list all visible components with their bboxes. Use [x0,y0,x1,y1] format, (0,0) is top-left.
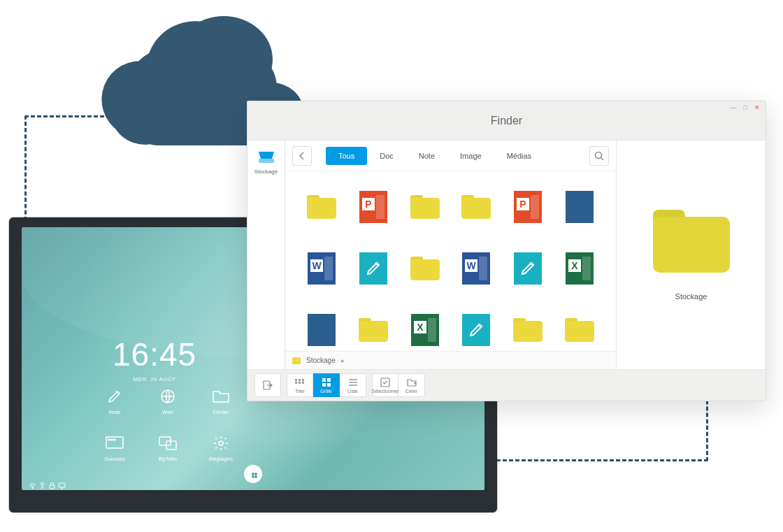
ppt-doc-icon: P [359,191,387,223]
svg-rect-45 [327,378,331,382]
home-button[interactable] [244,465,262,483]
svg-rect-33 [582,257,591,280]
preview-label: Stockage [675,292,707,301]
app-sources[interactable]: Sources [99,433,131,462]
pencil-icon [105,387,124,406]
select-button[interactable]: Sélectionner [372,373,398,397]
search-button[interactable] [589,146,609,166]
svg-point-18 [596,152,602,158]
file-item[interactable] [511,313,545,347]
sources-icon [105,433,124,453]
home-apps: Note Web Finder [99,387,252,462]
svg-text:X: X [571,260,578,271]
grid-label: Grille [320,389,331,394]
app-label: Finder [213,409,229,415]
toolbar: Tous Doc Note Image Médias [285,141,616,171]
file-item[interactable] [459,190,493,224]
app-label: ByTello [159,456,177,462]
minimize-button[interactable]: — [731,104,737,111]
sidebar-item-storage[interactable]: Stockage [247,146,285,179]
file-item[interactable]: W [459,252,493,285]
svg-rect-15 [50,485,55,489]
grid-view-button[interactable]: Grille [313,373,340,397]
tab-doc[interactable]: Doc [367,147,406,165]
list-icon [348,378,358,387]
svg-rect-42 [302,379,304,381]
folder-icon [513,318,543,342]
storage-tray-icon [257,150,275,164]
file-item[interactable]: X [408,313,442,347]
tab-media[interactable]: Médias [494,147,544,165]
svg-rect-41 [299,382,301,384]
file-item[interactable]: P [511,190,545,224]
app-finder[interactable]: Finder [205,387,237,415]
app-web[interactable]: Web [152,387,184,415]
file-item[interactable]: X [563,252,596,285]
breadcrumb: Stockage ▸ [285,351,616,369]
file-item[interactable] [305,313,338,347]
folder-icon [461,195,491,219]
folder-icon [565,318,594,342]
svg-rect-43 [302,382,304,384]
folder-icon [410,195,440,219]
gear-icon [211,433,231,453]
exit-button[interactable] [254,373,281,397]
file-item[interactable] [408,190,442,224]
file-item[interactable] [563,313,596,347]
list-view-button[interactable]: Liste [340,373,366,397]
svg-rect-30 [479,257,487,280]
tab-image[interactable]: Image [447,147,494,165]
svg-rect-40 [299,379,301,381]
close-button[interactable]: ✕ [754,104,760,111]
tab-note[interactable]: Note [406,147,447,165]
back-button[interactable] [292,146,312,166]
svg-rect-16 [59,483,65,487]
maximize-button[interactable]: □ [744,104,747,111]
file-item[interactable] [305,190,338,224]
word-doc-icon: W [308,252,336,285]
create-button[interactable]: Créer [398,373,425,397]
finder-window: Finder — □ ✕ Stockage Tous Doc Note [247,101,766,401]
ppt-doc-icon: P [514,191,542,223]
folder-icon [211,387,231,406]
svg-rect-48 [381,378,389,387]
text-doc-icon [308,314,336,346]
clock-widget: 16:45 MER. 26 AOÛT [113,336,196,382]
svg-rect-36 [428,318,436,342]
note-doc-icon [462,314,490,346]
svg-rect-39 [295,382,297,384]
grid-icon [322,378,331,387]
chevron-left-icon [299,152,306,160]
sort-icon [295,378,305,387]
tab-all[interactable]: Tous [326,147,367,165]
breadcrumb-root[interactable]: Stockage [306,357,336,364]
file-item[interactable] [357,313,390,347]
app-bytello[interactable]: ByTello [152,433,184,462]
svg-rect-21 [376,195,385,219]
check-icon [380,378,390,387]
svg-text:P: P [520,199,526,210]
app-note[interactable]: Note [99,387,131,415]
file-item[interactable] [459,313,493,347]
app-label: Sources [104,456,124,462]
svg-rect-38 [295,379,297,381]
filter-tabs: Tous Doc Note Image Médias [326,147,544,165]
sort-button[interactable]: Trier [287,373,313,397]
titlebar[interactable]: Finder — □ ✕ [247,101,766,141]
app-settings[interactable]: Réglages [205,433,237,462]
svg-text:W: W [312,260,322,271]
folder-icon [292,357,301,364]
file-item[interactable] [357,252,390,285]
file-item[interactable] [511,252,545,285]
folder-icon [307,195,336,219]
file-item[interactable] [563,190,596,224]
bottom-toolbar: Trier Grille Liste Sélectionner Créer [247,369,766,401]
sidebar: Stockage [247,141,285,369]
new-folder-icon [407,378,417,387]
file-item[interactable]: P [357,190,390,224]
search-icon [594,151,604,161]
file-item[interactable] [408,252,442,285]
svg-point-14 [41,482,44,485]
file-item[interactable]: W [305,252,338,285]
note-doc-icon [514,252,542,285]
